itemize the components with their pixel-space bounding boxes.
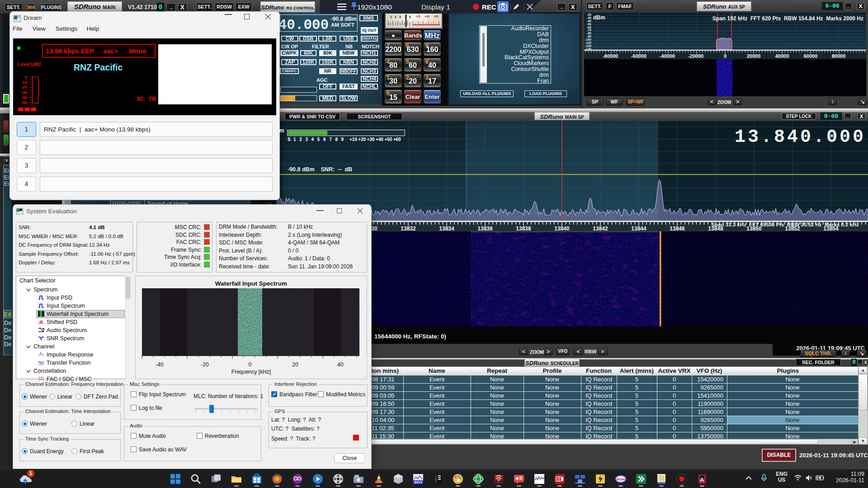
svg-text:13840: 13840 (554, 225, 570, 231)
svg-text:1: 1 (390, 15, 392, 19)
svg-text:-10: -10 (21, 80, 27, 84)
svg-text:+60: +60 (434, 15, 439, 18)
svg-text:A: A (700, 476, 704, 483)
svg-text:3: 3 (395, 15, 396, 19)
svg-text:+20: +20 (415, 15, 420, 18)
svg-text:13832: 13832 (401, 225, 416, 231)
svg-text:-50: -50 (21, 100, 27, 105)
svg-text:80000: 80000 (832, 53, 846, 59)
svg-text:-60000: -60000 (631, 53, 646, 59)
svg-text:13834: 13834 (439, 225, 454, 231)
svg-text:13838: 13838 (516, 225, 531, 231)
svg-text:-30: -30 (21, 90, 27, 95)
svg-text:-20: -20 (21, 84, 27, 89)
svg-text:0: 0 (724, 53, 726, 59)
svg-text:20000: 20000 (747, 53, 761, 59)
svg-text:13836: 13836 (477, 225, 493, 231)
svg-text:13842: 13842 (593, 225, 608, 231)
svg-text:5: 5 (399, 15, 401, 19)
svg-text:-80000: -80000 (603, 53, 618, 59)
svg-text:60000: 60000 (804, 53, 818, 59)
svg-text:+40: +40 (425, 15, 429, 18)
svg-text:40000: 40000 (775, 53, 789, 59)
svg-text:SSTV: SSTV (414, 481, 423, 484)
svg-text:9: 9 (409, 15, 411, 19)
svg-text:-20000: -20000 (688, 53, 703, 59)
svg-text:0: 0 (25, 75, 27, 80)
svg-text:dream: dream (616, 477, 627, 481)
svg-text:-40: -40 (21, 95, 27, 100)
svg-text:13844: 13844 (631, 225, 646, 231)
svg-text:-40000: -40000 (660, 53, 675, 59)
